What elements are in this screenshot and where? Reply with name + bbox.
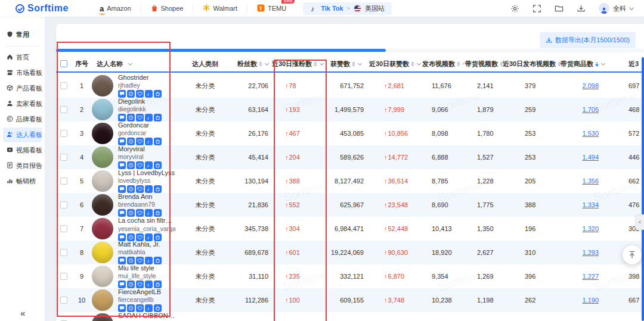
- influencer-name[interactable]: Ghostrider: [118, 74, 162, 81]
- chat-icon[interactable]: [118, 209, 126, 217]
- avatar[interactable]: [92, 218, 113, 239]
- heart-icon[interactable]: [136, 138, 144, 145]
- chevron-down-icon[interactable]: [417, 61, 421, 65]
- sort-icon[interactable]: [457, 61, 460, 67]
- chat-icon[interactable]: [118, 233, 126, 241]
- avatar[interactable]: [92, 99, 113, 120]
- avatar[interactable]: [92, 242, 113, 263]
- marketplace-tab-temu[interactable]: TTEMUBeta: [247, 4, 296, 13]
- influencer-name[interactable]: Miu life style: [118, 264, 162, 272]
- bag-icon[interactable]: [154, 281, 162, 288]
- row-checkbox[interactable]: [60, 106, 67, 113]
- influencer-name[interactable]: Diegolink: [118, 98, 162, 105]
- chat-icon[interactable]: [118, 257, 126, 264]
- sidebar-item-market[interactable]: 市场看板: [3, 66, 42, 80]
- influencer-handle[interactable]: moryviral: [118, 153, 162, 160]
- heart-icon[interactable]: [136, 90, 144, 98]
- promo-products-link[interactable]: 1,293: [582, 249, 599, 256]
- sort-icon[interactable]: [411, 61, 414, 67]
- row-checkbox[interactable]: [60, 297, 67, 304]
- clock-icon[interactable]: [127, 114, 135, 121]
- data-export-button[interactable]: 数据导出(本月1500/1500): [540, 32, 636, 48]
- chat-icon[interactable]: [118, 90, 126, 98]
- sidebar-item-video[interactable]: 视频看板: [3, 143, 42, 158]
- heart-icon[interactable]: [136, 114, 144, 121]
- sidebar-item-influencer[interactable]: 达人看板: [3, 127, 42, 142]
- avatar[interactable]: [92, 313, 113, 321]
- promo-products-link[interactable]: 1,334: [582, 201, 599, 208]
- chevron-down-icon[interactable]: [265, 61, 269, 65]
- influencer-handle[interactable]: mui_life_style: [118, 272, 162, 279]
- table-row[interactable]: 1 Ghostrider rjhadley ♪ 未分类 22,706 ↑78 6…: [56, 74, 644, 98]
- clock-icon[interactable]: [127, 161, 135, 169]
- influencer-name[interactable]: FierceAngelLB: [118, 288, 162, 295]
- avatar[interactable]: [92, 123, 113, 144]
- sidebar-item-chart[interactable]: 畅销榜: [3, 174, 42, 189]
- sidebar-item-brand[interactable]: 品牌看板: [3, 112, 42, 127]
- heart-icon[interactable]: [136, 257, 144, 264]
- sidebar-item-seller[interactable]: 卖家看板: [3, 96, 42, 111]
- chat-icon[interactable]: [118, 304, 126, 312]
- chat-icon[interactable]: [118, 281, 126, 288]
- tiktok-note-icon[interactable]: ♪: [145, 233, 153, 241]
- side-panel-handle[interactable]: <: [635, 214, 644, 230]
- row-checkbox[interactable]: [60, 249, 67, 256]
- table-row[interactable]: 10 FierceAngelLB fierceangellb ♪ 未分类 112…: [56, 288, 644, 312]
- chat-icon[interactable]: [118, 138, 126, 145]
- sorftime-logo[interactable]: Sorftime: [16, 3, 69, 14]
- influencer-handle[interactable]: lovedbylyss: [118, 177, 175, 184]
- avatar[interactable]: [92, 266, 113, 287]
- column-header-11[interactable]: 带货商品数: [557, 60, 608, 68]
- row-checkbox[interactable]: [60, 273, 67, 280]
- influencer-handle[interactable]: rjhadley: [118, 82, 162, 89]
- tiktok-note-icon[interactable]: ♪: [145, 304, 153, 312]
- bag-icon[interactable]: [154, 304, 162, 312]
- sidebar-item-home[interactable]: 首页: [3, 50, 42, 65]
- bag-icon[interactable]: [154, 114, 162, 121]
- influencer-name[interactable]: Gordoncar: [118, 121, 162, 129]
- horizontal-scrollbar-thumb[interactable]: [56, 49, 386, 52]
- marketplace-tab-walmart[interactable]: Walmart: [193, 4, 247, 13]
- clock-icon[interactable]: [127, 257, 135, 264]
- avatar[interactable]: [92, 289, 113, 311]
- promo-products-link[interactable]: 1,227: [582, 273, 599, 280]
- row-checkbox[interactable]: [60, 177, 67, 185]
- vertical-scrollbar-thumb[interactable]: [642, 57, 644, 321]
- influencer-name[interactable]: Matt Kahla, Jr.: [118, 241, 162, 248]
- sort-icon[interactable]: [314, 61, 317, 67]
- select-all-checkbox[interactable]: [60, 60, 67, 67]
- back-to-top-button[interactable]: [623, 245, 642, 264]
- column-header-6[interactable]: 获赞数: [324, 60, 367, 68]
- influencer-name[interactable]: Moryviral: [118, 145, 162, 152]
- avatar[interactable]: [92, 194, 113, 216]
- tiktok-note-icon[interactable]: ♪: [145, 281, 153, 288]
- chevron-down-icon[interactable]: [320, 61, 324, 65]
- heart-icon[interactable]: [136, 185, 144, 193]
- row-checkbox[interactable]: [60, 225, 67, 232]
- influencer-handle[interactable]: diegolinkk: [118, 105, 162, 113]
- column-header-4[interactable]: 粉丝数: [235, 60, 271, 68]
- chevron-down-icon[interactable]: [128, 61, 132, 65]
- sidebar-collapse-button[interactable]: «: [20, 308, 25, 318]
- sidebar-section-common[interactable]: 常用: [3, 27, 42, 42]
- table-row[interactable]: 5 Lyss | LovedbyLyss lovedbylyss ♪ 未分类 1…: [56, 169, 644, 193]
- sidebar-item-product[interactable]: 产品看板: [3, 81, 42, 96]
- promo-products-link[interactable]: 1,705: [582, 106, 599, 113]
- heart-icon[interactable]: [136, 281, 144, 288]
- clock-icon[interactable]: [127, 281, 135, 288]
- avatar[interactable]: [92, 170, 113, 192]
- heart-icon[interactable]: [136, 233, 144, 241]
- platform-selector[interactable]: ♪ Tik Tok > 美国站: [303, 2, 392, 15]
- chevron-down-icon[interactable]: [358, 61, 362, 65]
- table-row[interactable]: 2 Diegolink diegolinkk ♪ 未分类 63,164 ↑193…: [56, 98, 644, 121]
- tiktok-note-icon[interactable]: ♪: [145, 185, 153, 193]
- marketplace-tab-shopee[interactable]: Shopee: [141, 4, 194, 13]
- sort-icon[interactable]: [259, 61, 262, 67]
- bag-icon[interactable]: [154, 161, 162, 169]
- bag-icon[interactable]: [154, 233, 162, 241]
- chat-icon[interactable]: [118, 114, 126, 121]
- promo-products-link[interactable]: 1,494: [582, 154, 599, 161]
- tiktok-note-icon[interactable]: ♪: [145, 90, 153, 98]
- chat-icon[interactable]: [118, 185, 126, 193]
- influencer-handle[interactable]: fierceangellb: [118, 296, 162, 303]
